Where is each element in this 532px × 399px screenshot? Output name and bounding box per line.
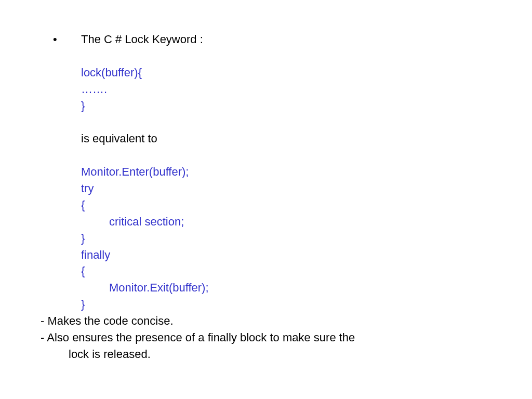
code-line: critical section; [81,214,501,230]
code-line: lock(buffer){ [81,64,501,81]
footer-line-cont: lock is released. [41,346,501,363]
blank-line [81,114,501,130]
blank-line [81,147,501,164]
bullet-body: The C # Lock Keyword : lock(buffer){ …….… [81,31,501,313]
code-line: } [81,230,501,247]
footer-line: - Makes the code concise. [41,313,501,329]
blank-line [81,48,501,64]
bullet-title: The C # Lock Keyword : [81,31,501,48]
code-line: { [81,197,501,214]
code-line: Monitor.Enter(buffer); [81,164,501,180]
code-line: } [81,296,501,313]
code-line: } [81,98,501,114]
code-line: { [81,263,501,280]
bullet-item: • The C # Lock Keyword : lock(buffer){ …… [41,31,501,313]
bullet-marker: • [41,31,81,313]
slide-content: • The C # Lock Keyword : lock(buffer){ …… [0,0,532,363]
code-line: try [81,180,501,197]
equivalent-text: is equivalent to [81,130,501,147]
code-line: Monitor.Exit(buffer); [81,280,501,296]
code-line: ……. [81,81,501,98]
code-line: finally [81,247,501,263]
footer-line: - Also ensures the presence of a finally… [41,329,501,346]
